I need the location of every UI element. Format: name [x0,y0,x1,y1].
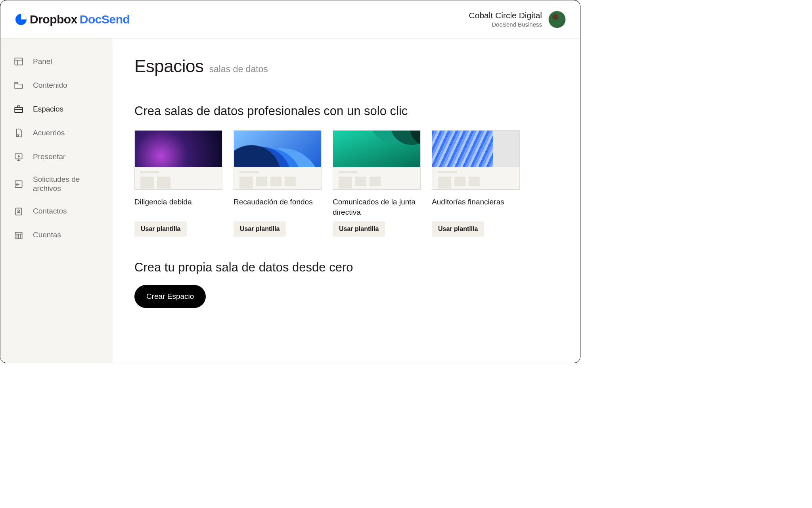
use-template-button[interactable]: Usar plantilla [234,221,286,237]
template-card: Auditorías financierasUsar plantilla [432,130,520,237]
sidebar-item-label: Solicitudes de archivos [33,175,100,193]
template-card: Diligencia debidaUsar plantilla [134,130,222,237]
templates-heading: Crea salas de datos profesionales con un… [134,104,558,118]
page-title: Espacios [134,56,204,76]
agreement-icon [13,127,24,139]
template-thumb-placeholder [234,167,321,189]
template-thumbnail[interactable] [432,130,520,190]
sidebar-item-label: Contenido [33,81,67,90]
sidebar-item-contactos[interactable]: Contactos [8,200,105,223]
present-icon [13,151,24,162]
templates-grid: Diligencia debidaUsar plantillaRecaudaci… [134,130,558,237]
avatar[interactable] [548,11,566,28]
brand-secondary: DocSend [80,13,130,26]
template-thumbnail[interactable] [134,130,222,190]
template-title: Auditorías financieras [432,197,520,217]
sidebar-item-contenido[interactable]: Contenido [8,73,105,97]
sidebar-item-label: Panel [33,57,52,66]
create-space-button[interactable]: Crear Espacio [134,285,206,308]
svg-point-14 [18,210,19,211]
sidebar-item-presentar[interactable]: Presentar [8,145,105,169]
sidebar-item-cuentas[interactable]: Cuentas [8,223,105,247]
plan-name: DocSend Business [469,21,542,28]
sidebar-item-label: Presentar [33,152,65,162]
sidebar-item-label: Contactos [33,207,67,216]
sidebar-item-solicitudes[interactable]: Solicitudes de archivos [8,169,105,200]
sidebar: Panel Contenido Espacios Acuerdos Presen… [0,38,113,363]
svg-rect-1 [15,58,23,65]
folder-icon [13,80,24,91]
header: Dropbox DocSend Cobalt Circle Digital Do… [0,0,580,38]
sidebar-item-espacios[interactable]: Espacios [8,97,105,121]
dashboard-icon [13,56,24,67]
template-title: Recaudación de fondos [234,197,322,217]
sidebar-item-label: Acuerdos [33,129,65,138]
svg-point-6 [17,135,19,136]
briefcase-icon [13,104,24,115]
use-template-button[interactable]: Usar plantilla [432,221,484,237]
template-thumb-image [135,131,222,167]
template-thumbnail[interactable] [333,130,421,190]
logo[interactable]: Dropbox DocSend [15,13,130,26]
sidebar-item-label: Espacios [33,105,63,114]
template-title: Diligencia debida [134,197,222,217]
use-template-button[interactable]: Usar plantilla [333,221,385,237]
template-thumb-image [432,131,519,167]
template-thumb-placeholder [333,167,420,189]
sidebar-item-acuerdos[interactable]: Acuerdos [8,121,105,145]
template-thumbnail[interactable] [234,130,322,190]
sidebar-item-label: Cuentas [33,231,61,240]
page-subtitle: salas de datos [209,64,268,75]
template-thumb-placeholder [432,167,519,189]
template-title: Comunicados de la junta directiva [333,197,421,217]
sidebar-item-panel[interactable]: Panel [8,50,105,73]
template-thumb-image [234,131,321,167]
template-card: Recaudación de fondosUsar plantilla [234,130,322,237]
accounts-icon [13,230,24,241]
brand-primary: Dropbox [30,13,77,26]
use-template-button[interactable]: Usar plantilla [134,221,187,237]
dropbox-logo-icon [15,13,27,26]
org-name: Cobalt Circle Digital [469,11,542,20]
main-content: Espacios salas de datos Crea salas de da… [113,38,580,363]
header-right: Cobalt Circle Digital DocSend Business [469,11,566,28]
svg-rect-4 [15,108,23,113]
template-thumb-placeholder [135,167,222,189]
contacts-icon [13,206,24,217]
template-thumb-image [333,131,420,167]
template-card: Comunicados de la junta directivaUsar pl… [333,130,421,237]
svg-marker-8 [18,156,19,157]
svg-rect-7 [15,154,22,159]
file-request-icon [13,179,24,190]
create-heading: Crea tu propia sala de datos desde cero [134,260,558,275]
